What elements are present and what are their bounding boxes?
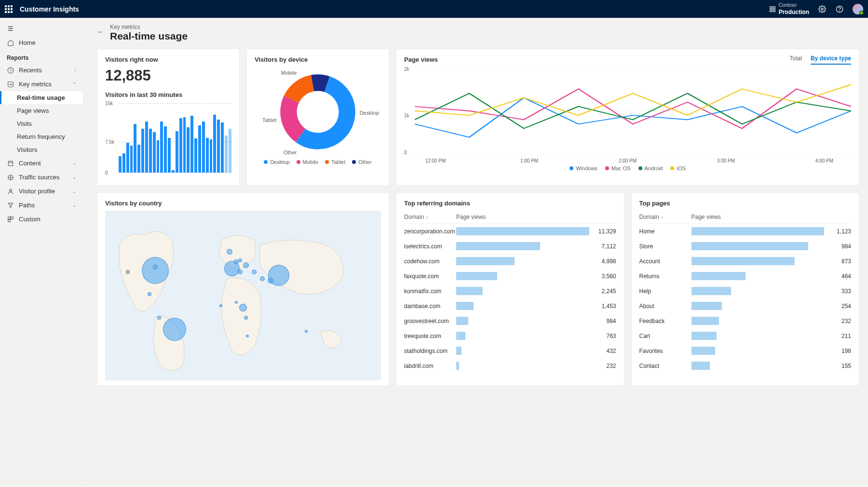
table-row[interactable]: Home1,123 (639, 224, 852, 239)
bar[interactable] (198, 125, 201, 173)
card-title: Top referring domains (404, 200, 616, 207)
app-launcher-icon[interactable] (5, 5, 13, 13)
table-row[interactable]: Contact155 (639, 358, 852, 373)
bar[interactable] (141, 129, 144, 173)
bar[interactable] (183, 117, 186, 173)
table-row[interactable]: About254 (639, 298, 852, 313)
col-pageviews[interactable]: Page views (456, 214, 589, 220)
sidebar-item-pageviews[interactable]: Page views (0, 104, 83, 117)
user-avatar[interactable] (853, 4, 863, 14)
map-bubble[interactable] (238, 258, 242, 262)
map-bubble[interactable] (235, 301, 238, 304)
tab-by-device-type[interactable]: By device type (811, 55, 851, 65)
bar[interactable] (153, 132, 156, 173)
map-bubble[interactable] (126, 270, 130, 274)
sidebar-item-content[interactable]: Content ⌄ (0, 156, 83, 170)
tab-total[interactable]: Total (790, 55, 802, 65)
bar[interactable] (206, 138, 209, 173)
map-bubble[interactable] (163, 318, 186, 341)
table-row[interactable]: Store984 (639, 239, 852, 254)
table-row[interactable]: Account873 (639, 254, 852, 269)
sidebar-item-key-metrics[interactable]: Key metrics ⌃ (0, 77, 83, 91)
bar[interactable] (202, 122, 205, 173)
bar[interactable] (119, 156, 122, 173)
bar[interactable] (194, 138, 197, 173)
sidebar-item-realtime-usage[interactable]: Real-time usage (0, 91, 83, 104)
col-pageviews[interactable]: Page views (692, 214, 825, 220)
table-row[interactable]: Returns464 (639, 269, 852, 284)
table-row[interactable]: iselectrics.com7,112 (404, 239, 616, 254)
map-bubble[interactable] (239, 304, 247, 311)
table-row[interactable]: labdrill.com232 (404, 358, 616, 373)
sidebar-item-paths[interactable]: Paths ⌄ (0, 198, 83, 212)
bar[interactable] (172, 170, 175, 173)
table-row[interactable]: Favorites198 (639, 343, 852, 358)
row-bar (456, 257, 515, 265)
col-domain[interactable]: Domain↑ (404, 214, 456, 220)
map-bubble[interactable] (244, 316, 248, 320)
sidebar-item-return-frequency[interactable]: Return frequency (0, 130, 83, 143)
bar[interactable] (160, 122, 163, 173)
map-bubble[interactable] (252, 270, 257, 274)
back-button[interactable]: ← (97, 27, 104, 36)
bar[interactable] (149, 129, 152, 173)
environment-picker[interactable]: ContosoProduction (769, 2, 809, 16)
map-bubble[interactable] (234, 259, 239, 264)
world-map[interactable] (105, 211, 381, 380)
help-icon[interactable] (835, 5, 844, 14)
sidebar-item-custom[interactable]: Custom (0, 212, 83, 226)
bar[interactable] (164, 126, 167, 173)
bar[interactable] (168, 138, 171, 173)
map-bubble[interactable] (148, 292, 151, 296)
table-row[interactable]: zencorporation.com11,329 (404, 224, 616, 239)
bar[interactable] (176, 131, 178, 173)
bar[interactable] (145, 122, 148, 173)
table-row[interactable]: groovestreet.com984 (404, 313, 616, 328)
table-row[interactable]: treequote.com763 (404, 328, 616, 343)
breadcrumb[interactable]: Key metrics (110, 24, 188, 30)
bar[interactable] (221, 122, 224, 173)
sidebar-item-visitor-profile[interactable]: Visitor profile ⌄ (0, 184, 83, 198)
bar[interactable] (210, 139, 213, 173)
table-row[interactable]: codehow.com4,998 (404, 254, 616, 269)
sidebar-item-home[interactable]: Home (0, 36, 83, 50)
table-row[interactable]: dambase.com1,453 (404, 298, 616, 313)
bar[interactable] (126, 143, 129, 173)
col-domain[interactable]: Domain↑ (639, 214, 692, 220)
sidebar-collapse[interactable]: ☰ (0, 22, 83, 36)
map-bubble[interactable] (142, 257, 169, 284)
bar[interactable] (225, 135, 228, 173)
table-row[interactable]: statholdings.com432 (404, 343, 616, 358)
map-bubble[interactable] (157, 316, 161, 320)
settings-icon[interactable] (818, 5, 827, 14)
map-bubble[interactable] (260, 276, 265, 281)
bar[interactable] (130, 146, 133, 173)
table-row[interactable]: Cart211 (639, 328, 852, 343)
sidebar-item-visitors[interactable]: Visitors (0, 143, 83, 156)
table-row[interactable]: konmatfix.com2,245 (404, 284, 616, 298)
map-bubble[interactable] (243, 262, 249, 268)
bar[interactable] (122, 153, 125, 173)
table-row[interactable]: Feedback232 (639, 313, 852, 328)
bar[interactable] (213, 115, 216, 173)
map-bubble[interactable] (305, 330, 308, 333)
row-domain: Favorites (639, 348, 692, 354)
bar[interactable] (157, 140, 160, 173)
sidebar-item-recents[interactable]: Recents › (0, 63, 83, 77)
sidebar: ☰ Home Reports Recents › Key metrics ⌃ R… (0, 18, 83, 487)
sidebar-item-visits[interactable]: Visits (0, 117, 83, 130)
bar[interactable] (217, 120, 220, 173)
bar[interactable] (187, 127, 190, 173)
table-row[interactable]: faxquote.com3,560 (404, 269, 616, 284)
map-bubble[interactable] (246, 335, 249, 338)
sidebar-item-traffic[interactable]: Traffic sources ⌄ (0, 170, 83, 184)
bar[interactable] (179, 118, 182, 173)
map-bubble[interactable] (153, 265, 158, 270)
bar[interactable] (134, 124, 136, 173)
map-bubble[interactable] (227, 249, 232, 255)
bar[interactable] (229, 129, 231, 173)
table-row[interactable]: Help333 (639, 284, 852, 298)
bar[interactable] (137, 145, 140, 173)
bar[interactable] (190, 116, 193, 173)
map-bubble[interactable] (268, 265, 289, 286)
